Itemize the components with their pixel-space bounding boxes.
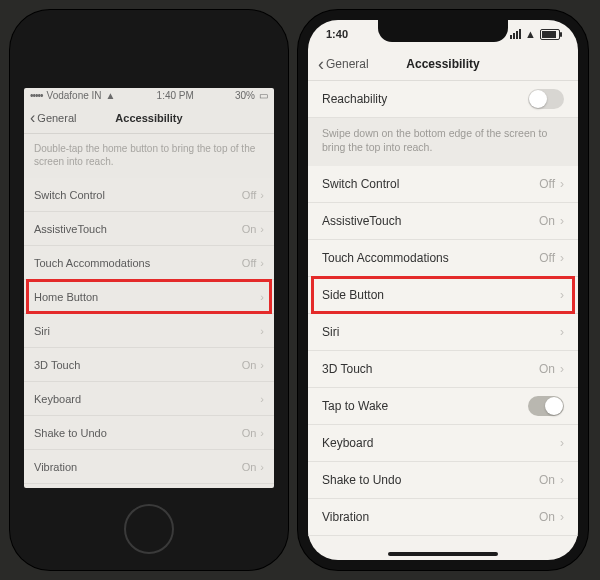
row-shake-to-undo[interactable]: Shake to Undo On›: [24, 416, 274, 450]
row-value: On: [242, 461, 257, 473]
battery-percent: 30%: [235, 90, 255, 101]
chevron-left-icon: ‹: [318, 54, 324, 75]
row-label: Keyboard: [322, 436, 373, 450]
row-label: Siri: [34, 325, 50, 337]
wifi-icon: ▲: [106, 90, 116, 101]
row-3d-touch[interactable]: 3D Touch On›: [24, 348, 274, 382]
signal-icon: [510, 29, 521, 39]
clock: 1:40: [326, 28, 348, 40]
chevron-right-icon: ›: [260, 291, 264, 303]
row-label: Keyboard: [34, 393, 81, 405]
back-label: General: [37, 112, 76, 124]
row-label: Home Button: [34, 291, 98, 303]
signal-icon: •••••: [30, 90, 43, 101]
nav-bar: ‹ General Accessibility: [308, 48, 578, 81]
home-button-hardware[interactable]: [124, 504, 174, 554]
chevron-right-icon: ›: [260, 427, 264, 439]
row-siri[interactable]: Siri ›: [24, 314, 274, 348]
row-value: Off: [242, 257, 256, 269]
nav-bar: ‹ General Accessibility: [24, 103, 274, 134]
chevron-right-icon: ›: [560, 325, 564, 339]
row-value: On: [242, 223, 257, 235]
row-switch-control[interactable]: Switch Control Off›: [308, 166, 578, 203]
screen-left: ••••• Vodafone IN ▲ 1:40 PM 30% ▭ ‹ Gene…: [24, 88, 274, 488]
row-siri[interactable]: Siri ›: [308, 314, 578, 351]
row-label: Shake to Undo: [322, 473, 401, 487]
chevron-right-icon: ›: [560, 510, 564, 524]
reachability-toggle[interactable]: [528, 89, 564, 109]
row-label: Switch Control: [34, 189, 105, 201]
iphone-homebutton-device: ••••• Vodafone IN ▲ 1:40 PM 30% ▭ ‹ Gene…: [10, 10, 288, 570]
row-label: AssistiveTouch: [34, 223, 107, 235]
row-label: Reachability: [322, 92, 387, 106]
back-button[interactable]: ‹ General: [30, 109, 76, 127]
chevron-right-icon: ›: [260, 223, 264, 235]
chevron-right-icon: ›: [260, 189, 264, 201]
chevron-right-icon: ›: [260, 325, 264, 337]
row-vibration[interactable]: Vibration On›: [24, 450, 274, 484]
status-bar: ••••• Vodafone IN ▲ 1:40 PM 30% ▭: [24, 88, 274, 103]
notch: [378, 20, 508, 42]
battery-icon: [540, 29, 560, 40]
row-label: Touch Accommodations: [322, 251, 449, 265]
row-value: On: [539, 473, 555, 487]
row-assistivetouch[interactable]: AssistiveTouch On›: [308, 203, 578, 240]
row-3d-touch[interactable]: 3D Touch On›: [308, 351, 578, 388]
row-value: Off: [539, 177, 555, 191]
row-label: Vibration: [322, 510, 369, 524]
row-vibration[interactable]: Vibration On›: [308, 499, 578, 536]
row-label: Shake to Undo: [34, 427, 107, 439]
bezel: [10, 10, 288, 88]
row-label: Tap to Wake: [322, 399, 388, 413]
row-label: Siri: [322, 325, 339, 339]
row-keyboard[interactable]: Keyboard ›: [24, 382, 274, 416]
row-value: On: [539, 214, 555, 228]
row-touch-accommodations[interactable]: Touch Accommodations Off›: [308, 240, 578, 277]
chevron-right-icon: ›: [560, 473, 564, 487]
screen-right: 1:40 ▲ ‹ General Accessibility Reachabil…: [308, 20, 578, 560]
row-tap-to-wake[interactable]: Tap to Wake: [308, 388, 578, 425]
row-label: Switch Control: [322, 177, 399, 191]
row-value: On: [539, 510, 555, 524]
row-touch-accommodations[interactable]: Touch Accommodations Off›: [24, 246, 274, 280]
row-side-button[interactable]: Side Button ›: [308, 277, 578, 314]
back-label: General: [326, 57, 369, 71]
page-title: Accessibility: [115, 112, 182, 124]
iphone-x-device: 1:40 ▲ ‹ General Accessibility Reachabil…: [298, 10, 588, 570]
chevron-right-icon: ›: [560, 362, 564, 376]
row-assistivetouch[interactable]: AssistiveTouch On›: [24, 212, 274, 246]
row-reachability[interactable]: Reachability: [308, 81, 578, 118]
chevron-right-icon: ›: [260, 393, 264, 405]
chevron-right-icon: ›: [260, 257, 264, 269]
back-button[interactable]: ‹ General: [318, 54, 369, 75]
row-home-button[interactable]: Home Button ›: [24, 280, 274, 314]
chevron-right-icon: ›: [560, 214, 564, 228]
row-value: On: [242, 427, 257, 439]
battery-icon: ▭: [259, 90, 268, 101]
chevron-right-icon: ›: [560, 177, 564, 191]
row-keyboard[interactable]: Keyboard ›: [308, 425, 578, 462]
carrier-label: Vodafone IN: [47, 90, 102, 101]
chevron-left-icon: ‹: [30, 109, 35, 127]
row-label: Touch Accommodations: [34, 257, 150, 269]
row-label: AssistiveTouch: [322, 214, 401, 228]
row-label: 3D Touch: [34, 359, 80, 371]
tap-to-wake-toggle[interactable]: [528, 396, 564, 416]
row-value: On: [242, 359, 257, 371]
section-footer: Swipe down on the bottom edge of the scr…: [308, 118, 578, 166]
chevron-right-icon: ›: [560, 251, 564, 265]
row-value: Off: [539, 251, 555, 265]
chevron-right-icon: ›: [560, 288, 564, 302]
chevron-right-icon: ›: [260, 461, 264, 473]
section-footer: Double-tap the home button to bring the …: [24, 134, 274, 178]
row-label: 3D Touch: [322, 362, 372, 376]
home-indicator[interactable]: [388, 552, 498, 556]
row-label: Vibration: [34, 461, 77, 473]
row-switch-control[interactable]: Switch Control Off›: [24, 178, 274, 212]
row-value: On: [539, 362, 555, 376]
row-shake-to-undo[interactable]: Shake to Undo On›: [308, 462, 578, 499]
chevron-right-icon: ›: [560, 436, 564, 450]
clock: 1:40 PM: [157, 90, 194, 101]
wifi-icon: ▲: [525, 28, 536, 40]
page-title: Accessibility: [406, 57, 479, 71]
